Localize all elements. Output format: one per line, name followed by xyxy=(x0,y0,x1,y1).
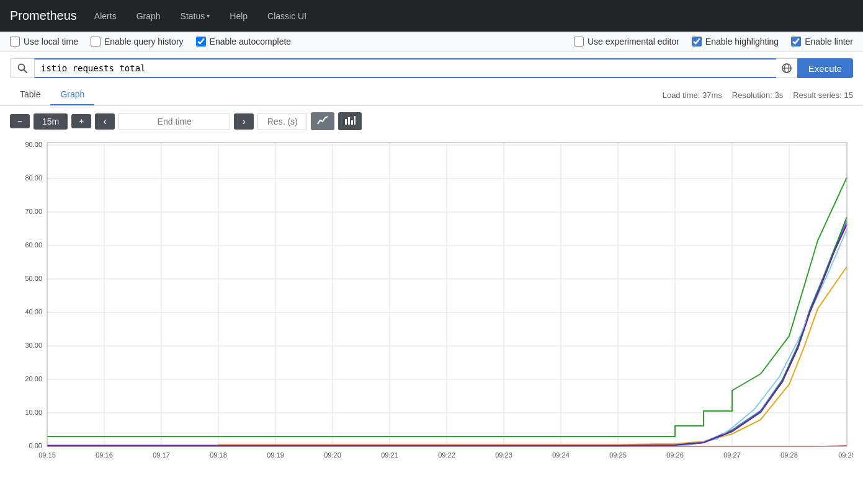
svg-text:80.00: 80.00 xyxy=(25,174,42,182)
resolution-input[interactable] xyxy=(257,113,307,130)
enable-linter-option[interactable]: Enable linter xyxy=(791,37,853,46)
next-time-button[interactable]: › xyxy=(234,113,254,130)
tab-table[interactable]: Table xyxy=(10,84,50,105)
svg-text:10.00: 10.00 xyxy=(25,409,42,416)
chart-container: 0.00 10.00 20.00 30.00 40.00 50.00 60.00… xyxy=(10,136,853,471)
enable-query-history-option[interactable]: Enable query history xyxy=(91,37,184,46)
svg-text:40.00: 40.00 xyxy=(25,308,42,316)
enable-highlighting-label: Enable highlighting xyxy=(705,37,779,46)
svg-text:09:20: 09:20 xyxy=(324,451,341,459)
svg-text:30.00: 30.00 xyxy=(25,342,42,349)
chevron-right-icon: › xyxy=(243,116,246,126)
svg-text:50.00: 50.00 xyxy=(25,275,42,282)
search-icon xyxy=(17,63,28,74)
line-chart-button[interactable] xyxy=(311,112,334,130)
load-time: Load time: 37ms xyxy=(663,91,722,100)
nav-graph[interactable]: Graph xyxy=(129,6,168,26)
graph-controls: − 15m + ‹ › xyxy=(0,106,863,136)
query-input[interactable] xyxy=(34,58,776,78)
use-local-time-checkbox[interactable] xyxy=(10,37,20,46)
zoom-out-button[interactable]: − xyxy=(10,114,30,128)
svg-text:0.00: 0.00 xyxy=(29,442,42,449)
options-right: Use experimental editor Enable highlight… xyxy=(574,37,853,46)
svg-rect-6 xyxy=(348,117,350,125)
duration-badge: 15m xyxy=(34,113,68,130)
svg-text:70.00: 70.00 xyxy=(25,208,42,215)
globe-icon-button[interactable] xyxy=(776,58,797,78)
execute-button[interactable]: Execute xyxy=(797,58,853,78)
use-experimental-editor-option[interactable]: Use experimental editor xyxy=(574,37,679,46)
globe-icon xyxy=(781,63,792,74)
bar-chart-button[interactable] xyxy=(338,112,362,130)
zoom-in-button[interactable]: + xyxy=(71,114,91,128)
svg-text:09:26: 09:26 xyxy=(666,451,684,459)
query-bar: Execute xyxy=(0,52,863,84)
svg-text:09:16: 09:16 xyxy=(96,451,113,459)
nav-classic-ui[interactable]: Classic UI xyxy=(260,6,314,26)
enable-autocomplete-label: Enable autocomplete xyxy=(210,37,292,46)
tabs-bar: Table Graph Load time: 37ms Resolution: … xyxy=(0,84,863,106)
nav-alerts[interactable]: Alerts xyxy=(87,6,124,26)
tabs: Table Graph xyxy=(10,84,94,105)
svg-text:09:29: 09:29 xyxy=(838,451,853,459)
svg-text:09:22: 09:22 xyxy=(438,451,455,459)
enable-query-history-label: Enable query history xyxy=(104,37,184,46)
svg-text:09:21: 09:21 xyxy=(381,451,398,459)
enable-linter-label: Enable linter xyxy=(805,37,853,46)
chart-svg: 0.00 10.00 20.00 30.00 40.00 50.00 60.00… xyxy=(10,136,853,471)
svg-text:09:19: 09:19 xyxy=(267,451,284,459)
use-local-time-option[interactable]: Use local time xyxy=(10,37,78,46)
svg-text:09:27: 09:27 xyxy=(723,451,741,459)
use-experimental-editor-label: Use experimental editor xyxy=(588,37,679,46)
brand-logo[interactable]: Prometheus xyxy=(10,9,77,23)
svg-text:09:28: 09:28 xyxy=(780,451,798,459)
use-experimental-editor-checkbox[interactable] xyxy=(574,37,584,46)
search-icon-button[interactable] xyxy=(10,58,34,78)
svg-rect-7 xyxy=(351,120,353,125)
enable-highlighting-checkbox[interactable] xyxy=(692,37,702,46)
navbar: Prometheus Alerts Graph Status ▾ Help Cl… xyxy=(0,0,863,32)
tab-graph[interactable]: Graph xyxy=(50,84,94,105)
nav-status-dropdown[interactable]: Status ▾ xyxy=(173,6,218,26)
svg-text:20.00: 20.00 xyxy=(25,375,42,382)
end-time-input[interactable] xyxy=(118,113,230,130)
svg-text:09:15: 09:15 xyxy=(38,451,56,459)
result-series: Result series: 15 xyxy=(793,91,853,100)
bar-chart-icon xyxy=(344,115,355,125)
svg-text:09:17: 09:17 xyxy=(153,451,170,459)
svg-text:09:23: 09:23 xyxy=(495,451,512,459)
svg-rect-8 xyxy=(354,116,355,125)
svg-text:09:24: 09:24 xyxy=(552,451,570,459)
svg-text:90.00: 90.00 xyxy=(25,141,42,148)
options-bar: Use local time Enable query history Enab… xyxy=(0,32,863,52)
line-chart-icon xyxy=(317,115,328,125)
enable-autocomplete-option[interactable]: Enable autocomplete xyxy=(196,37,292,46)
chevron-down-icon: ▾ xyxy=(207,12,210,19)
resolution: Resolution: 3s xyxy=(732,91,783,100)
chevron-left-icon: ‹ xyxy=(104,116,107,126)
svg-line-1 xyxy=(24,70,27,73)
svg-text:09:25: 09:25 xyxy=(609,451,627,459)
enable-query-history-checkbox[interactable] xyxy=(91,37,101,46)
use-local-time-label: Use local time xyxy=(24,37,78,46)
prev-time-button[interactable]: ‹ xyxy=(95,113,115,130)
enable-linter-checkbox[interactable] xyxy=(791,37,801,46)
tabs-meta: Load time: 37ms Resolution: 3s Result se… xyxy=(663,91,853,100)
svg-rect-5 xyxy=(345,119,347,125)
enable-autocomplete-checkbox[interactable] xyxy=(196,37,206,46)
enable-highlighting-option[interactable]: Enable highlighting xyxy=(692,37,779,46)
svg-text:09:18: 09:18 xyxy=(210,451,227,459)
svg-text:60.00: 60.00 xyxy=(25,241,42,249)
nav-help[interactable]: Help xyxy=(222,6,255,26)
